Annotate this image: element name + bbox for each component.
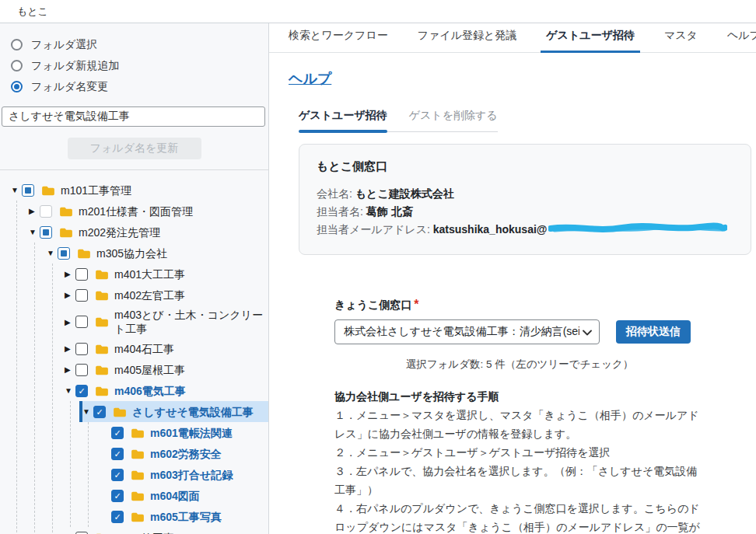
folder-mode-radio[interactable]: フォルダ選択 — [11, 34, 261, 55]
tree-item-label: m401大工工事 — [114, 265, 188, 284]
guest-invite-form: きょうこ側窓口* 株式会社さしすせそ電気設備工事：清少納言(seisho_nag… — [334, 298, 705, 372]
tree-expand-arrow[interactable]: ▼ — [65, 386, 75, 395]
tree-item-label: m602労務安全 — [150, 445, 225, 463]
tree-checkbox[interactable]: ✓ — [93, 406, 106, 418]
tree-expand-arrow[interactable]: ▶ — [65, 291, 75, 299]
tree-expand-arrow[interactable]: ▼ — [82, 407, 93, 416]
body-row: フォルダ選択 フォルダ新規追加 フォルダ名変更 フォルダ名を更新 ▼ m101工… — [0, 23, 756, 534]
tree-expand-arrow[interactable]: ▶ — [65, 365, 75, 374]
tree-row[interactable]: ▶ m405屋根工事 — [65, 359, 268, 380]
tree-checkbox[interactable] — [22, 184, 34, 197]
tree-checkbox[interactable]: ✓ — [111, 490, 124, 502]
app-title: もとこ — [17, 5, 48, 19]
help-link[interactable]: ヘルプ — [289, 69, 331, 88]
tree-item-label: m605工事写真 — [150, 508, 225, 526]
radio-icon[interactable] — [11, 39, 23, 51]
tree-expand-arrow[interactable]: ▶ — [65, 318, 75, 326]
tree-checkbox[interactable] — [75, 343, 88, 355]
instruction-step: ２．メニュー＞ゲストユーザ＞ゲストユーザ招待を選択 — [334, 443, 703, 462]
folder-mode-radio[interactable]: フォルダ名変更 — [11, 76, 261, 97]
tree-expand-arrow[interactable]: ▶ — [65, 270, 75, 278]
tree-row[interactable]: ▼ ✓ m406電気工事 — [65, 380, 268, 401]
tree-checkbox[interactable] — [75, 316, 88, 328]
tree-row[interactable]: ▼ m101工事管理 — [11, 180, 268, 201]
tree-row[interactable]: ✓ m601電帳法関連 — [100, 422, 268, 443]
radio-icon[interactable] — [11, 81, 23, 92]
tree-item-label: m101工事管理 — [61, 181, 135, 200]
guest-contact-select-value: 株式会社さしすせそ電気設備工事：清少納言(seisho_nag — [344, 325, 579, 339]
tree-children: ✓ m601電帳法関連 ✓ m602労務安全 ✓ m603打合せ記録 ✓ m60… — [88, 422, 268, 527]
tree-checkbox[interactable]: ✓ — [111, 427, 124, 439]
email-redaction — [548, 222, 727, 240]
tree-item-label: m202発注先管理 — [79, 223, 163, 242]
main-content: 検索とワークフロー ファイル登録と発議 ゲストユーザ招待 マスタ ヘルプ↗ ヘル… — [269, 23, 756, 534]
tree-checkbox[interactable] — [75, 268, 88, 281]
tree-row[interactable]: ✓ m605工事写真 — [100, 506, 268, 527]
folder-name-input[interactable] — [2, 106, 265, 127]
person-row: 担当者名: 葛飾 北斎 — [317, 203, 733, 221]
tree-checkbox[interactable] — [75, 289, 88, 302]
folder-icon — [131, 490, 145, 501]
tree-checkbox[interactable]: ✓ — [75, 385, 88, 397]
tree-expand-arrow[interactable]: ▼ — [11, 186, 22, 194]
tree-checkbox[interactable]: ✓ — [111, 511, 124, 523]
update-folder-name-button[interactable]: フォルダ名を更新 — [68, 138, 201, 159]
folder-icon — [59, 227, 73, 238]
main-tab[interactable]: ヘルプ↗ — [712, 29, 756, 52]
tree-item-label: m603打合せ記録 — [150, 466, 236, 484]
tree-row[interactable]: ▶ m401大工工事 — [65, 264, 268, 284]
company-row: 会社名: もとこ建設株式会社 — [317, 185, 733, 203]
tree-checkbox[interactable] — [40, 226, 52, 239]
instruction-step: ４．右パネルのプルダウンで、きょうこ側窓口を選択します。こちらのドロップダウンに… — [334, 499, 703, 534]
tree-expand-arrow[interactable]: ▼ — [47, 249, 58, 257]
main-tab[interactable]: ファイル登録と発議 — [403, 29, 532, 52]
company-label: 会社名: — [317, 187, 352, 200]
folder-mode-radio[interactable]: フォルダ新規追加 — [11, 55, 261, 76]
tree-row[interactable]: ▼ m305協力会社 — [47, 243, 268, 264]
tree-expand-arrow[interactable]: ▶ — [65, 344, 75, 353]
tree-checkbox[interactable]: ✓ — [111, 448, 124, 460]
tree-row[interactable]: ▶ m402左官工事 — [65, 284, 268, 305]
tree-row[interactable]: ▶ m201仕様書・図面管理 — [29, 201, 268, 222]
tree-row[interactable]: ✓ m602労務安全 — [100, 443, 268, 464]
tree-checkbox[interactable] — [40, 205, 52, 218]
tree-row[interactable]: ✓ m604図面 — [100, 485, 268, 506]
folder-icon — [95, 386, 109, 396]
radio-icon[interactable] — [11, 60, 23, 72]
tree-checkbox[interactable] — [58, 247, 70, 260]
tree-row[interactable]: ▶ m407管工事 — [65, 527, 268, 534]
tree-row[interactable]: ▶ m404石工事 — [65, 338, 268, 359]
tree-row[interactable]: ✓ m603打合せ記録 — [100, 464, 268, 485]
tree-item-label: さしすせそ電気設備工事 — [132, 403, 257, 421]
guest-subtab[interactable]: ゲストユーザ招待 — [299, 109, 387, 131]
selected-folder-count-note: 選択フォルダ数: 5 件（左のツリーでチェック） — [334, 358, 705, 372]
tree-expand-arrow[interactable]: ▼ — [29, 228, 40, 236]
guest-subtab[interactable]: ゲストを削除する — [409, 109, 498, 131]
folder-tree: ▼ m101工事管理 ▶ m201仕様書・図面管理 ▼ m202発注先管理 ▼ … — [0, 170, 268, 534]
tree-item-label: m407管工事 — [114, 529, 177, 534]
main-tab[interactable]: ゲストユーザ招待 — [531, 29, 649, 52]
tree-item-label: m403とび・土木・コンクリート工事 — [114, 305, 268, 338]
person-value: 葛飾 北斎 — [366, 205, 413, 218]
folder-icon — [95, 290, 109, 301]
tree-row[interactable]: ▼ m202発注先管理 — [29, 222, 268, 243]
main-tab[interactable]: 検索とワークフロー — [274, 29, 403, 52]
tree-item-label: m406電気工事 — [114, 382, 189, 400]
tree-row[interactable]: ▶ m403とび・土木・コンクリート工事 — [65, 305, 268, 338]
tree-checkbox[interactable] — [75, 364, 88, 376]
tree-checkbox[interactable]: ✓ — [111, 469, 124, 481]
folder-mode-radios: フォルダ選択 フォルダ新規追加 フォルダ名変更 — [0, 23, 268, 100]
company-value: もとこ建設株式会社 — [355, 187, 454, 200]
tree-checkbox[interactable] — [75, 532, 88, 534]
guest-contact-select[interactable]: 株式会社さしすせそ電気設備工事：清少納言(seisho_nag — [334, 319, 600, 344]
tree-expand-arrow[interactable]: ▶ — [29, 207, 40, 215]
email-label: 担当者メールアドレス: — [317, 223, 430, 236]
tree-item-label: m402左官工事 — [114, 286, 188, 305]
send-invitation-button[interactable]: 招待状送信 — [616, 320, 691, 344]
main-tab[interactable]: マスタ — [649, 29, 712, 52]
tree-item-label: m601電帳法関連 — [150, 424, 236, 442]
folder-icon — [95, 316, 109, 327]
tree-children: ▶ m201仕様書・図面管理 ▼ m202発注先管理 ▼ m305協力会社 ▶ … — [16, 201, 268, 534]
tree-row[interactable]: ▼ ✓ さしすせそ電気設備工事 — [79, 401, 268, 422]
main-tabbar: 検索とワークフロー ファイル登録と発議 ゲストユーザ招待 マスタ ヘルプ↗ — [269, 23, 756, 53]
